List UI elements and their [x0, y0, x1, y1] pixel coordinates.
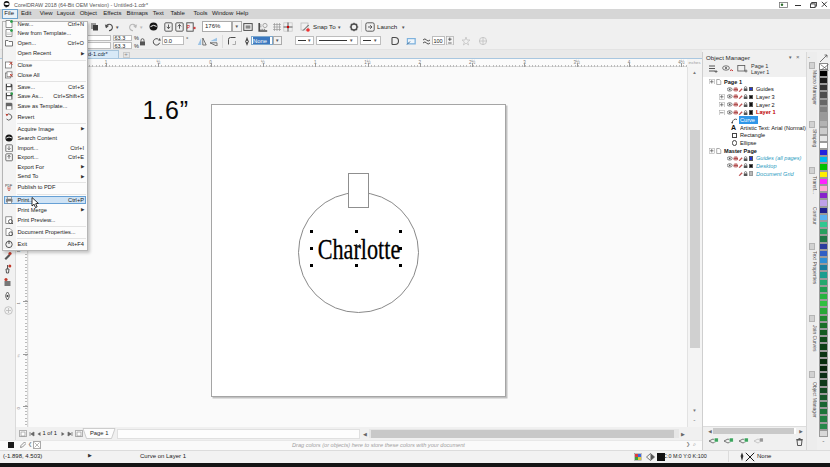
svg-text:PDF: PDF — [5, 184, 13, 188]
svg-text:P: P — [187, 25, 190, 30]
